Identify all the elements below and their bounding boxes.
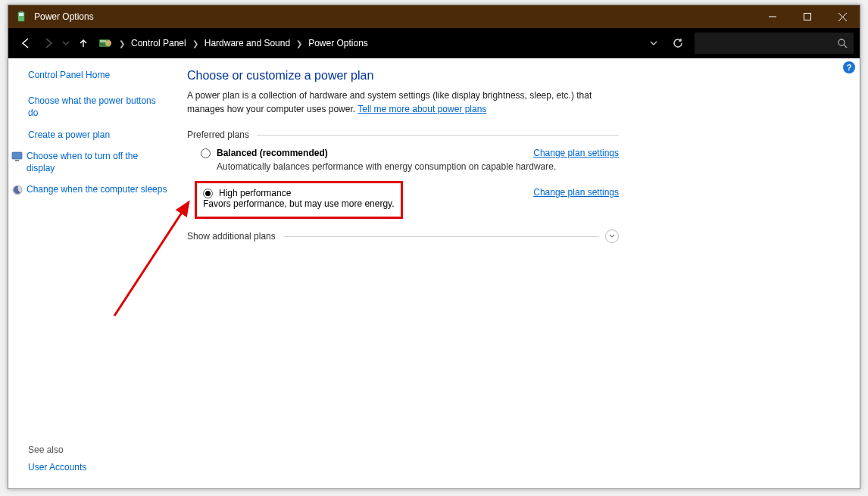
preferred-plans-label: Preferred plans <box>187 129 257 140</box>
turn-off-display-label: Choose when to turn off the display <box>27 151 138 173</box>
moon-icon <box>11 184 23 196</box>
divider <box>283 236 599 237</box>
location-icon <box>98 35 114 51</box>
computer-sleeps-link[interactable]: Change when the computer sleeps <box>27 183 167 195</box>
svg-rect-3 <box>19 13 23 16</box>
balanced-change-settings-link[interactable]: Change plan settings <box>533 148 619 158</box>
chevron-right-icon: ❯ <box>114 39 130 48</box>
page-description: A power plan is a collection of hardware… <box>187 89 619 116</box>
forward-button[interactable] <box>37 32 60 55</box>
back-button[interactable] <box>14 32 37 55</box>
app-icon <box>16 11 28 23</box>
power-options-window: Power Options ❯ Control Panel ❯ Hardware… <box>8 5 860 489</box>
maximize-button[interactable] <box>790 5 825 28</box>
close-button[interactable] <box>825 5 860 28</box>
create-power-plan-link[interactable]: Create a power plan <box>28 129 167 141</box>
svg-rect-13 <box>12 152 22 159</box>
highlighted-box: High performance Favors performance, but… <box>195 181 403 219</box>
navbar: ❯ Control Panel ❯ Hardware and Sound ❯ P… <box>8 28 860 58</box>
breadcrumb-power-options[interactable]: Power Options <box>307 38 370 48</box>
plan-balanced: Balanced (recommended) Change plan setti… <box>201 148 619 172</box>
balanced-label[interactable]: Balanced (recommended) <box>217 148 328 158</box>
svg-rect-14 <box>15 160 19 161</box>
breadcrumb-control-panel[interactable]: Control Panel <box>130 38 188 48</box>
svg-line-12 <box>844 45 847 48</box>
up-button[interactable] <box>72 32 95 55</box>
balanced-description: Automatically balances performance with … <box>217 161 619 172</box>
refresh-button[interactable] <box>666 31 690 55</box>
show-additional-label: Show additional plans <box>187 231 283 242</box>
recent-dropdown[interactable] <box>60 32 72 55</box>
svg-point-11 <box>838 39 845 45</box>
balanced-radio[interactable] <box>201 148 211 158</box>
control-panel-home-link[interactable]: Control Panel Home <box>28 69 167 81</box>
power-buttons-link[interactable]: Choose what the power buttons do <box>28 95 167 119</box>
high-performance-radio[interactable] <box>203 189 213 198</box>
chevron-right-icon: ❯ <box>292 39 307 48</box>
search-input[interactable] <box>695 33 854 54</box>
computer-sleeps-label: Change when the computer sleeps <box>27 184 167 195</box>
expand-icon[interactable] <box>605 229 619 243</box>
show-additional-plans-row[interactable]: Show additional plans <box>187 229 619 243</box>
breadcrumb-hardware-sound[interactable]: Hardware and Sound <box>203 38 292 48</box>
svg-rect-2 <box>22 11 23 13</box>
svg-point-9 <box>105 40 111 46</box>
content-area: ? Control Panel Home Choose what the pow… <box>8 58 860 488</box>
divider <box>257 135 619 136</box>
turn-off-display-link[interactable]: Choose when to turn off the display <box>27 150 167 174</box>
high-performance-label[interactable]: High performance <box>219 188 291 198</box>
address-dropdown[interactable] <box>642 31 666 55</box>
tell-me-more-link[interactable]: Tell me more about power plans <box>358 104 486 114</box>
user-accounts-link[interactable]: User Accounts <box>28 461 167 473</box>
svg-rect-1 <box>20 11 21 13</box>
svg-rect-10 <box>100 40 106 42</box>
preferred-plans-header: Preferred plans <box>187 129 619 140</box>
minimize-button[interactable] <box>755 5 790 28</box>
titlebar: Power Options <box>8 5 860 28</box>
chevron-right-icon: ❯ <box>188 39 203 48</box>
svg-rect-5 <box>804 14 811 20</box>
see-also-label: See also <box>28 445 167 455</box>
page-heading: Choose or customize a power plan <box>187 69 829 83</box>
display-icon <box>11 151 23 163</box>
window-title: Power Options <box>34 11 94 22</box>
high-performance-change-settings-link[interactable]: Change plan settings <box>533 187 619 198</box>
main-panel: Choose or customize a power plan A power… <box>175 58 860 488</box>
high-performance-description: Favors performance, but may use more ene… <box>203 198 395 209</box>
search-icon <box>837 38 848 48</box>
sidebar: Control Panel Home Choose what the power… <box>8 58 175 488</box>
